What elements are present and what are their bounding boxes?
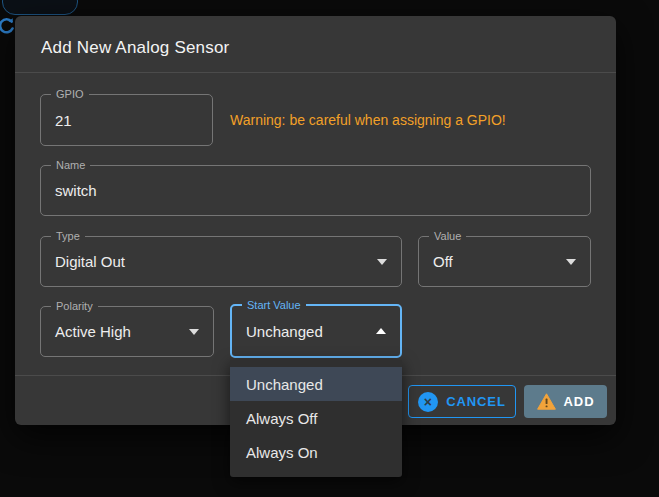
start-value-label: Start Value: [242, 299, 306, 312]
gpio-warning-text: Warning: be careful when assigning a GPI…: [230, 112, 590, 128]
gpio-label: GPIO: [51, 88, 89, 101]
warning-triangle-icon: [537, 393, 556, 410]
type-label: Type: [51, 230, 85, 243]
value-value: Off: [433, 253, 453, 270]
screen: Add New Analog Sensor GPIO 21 Warning: b…: [0, 0, 659, 497]
polarity-select[interactable]: Polarity Active High: [40, 306, 214, 357]
header-divider: [15, 72, 616, 73]
dialog-title: Add New Analog Sensor: [41, 38, 230, 58]
cancel-button-label: CANCEL: [446, 394, 506, 409]
chevron-up-icon: [376, 328, 386, 334]
start-value-menu: Unchanged Always Off Always On: [230, 360, 402, 477]
chevron-down-icon: [377, 259, 387, 265]
menu-item-always-on[interactable]: Always On: [230, 435, 402, 469]
menu-item-always-off[interactable]: Always Off: [230, 401, 402, 435]
gpio-input[interactable]: GPIO 21: [40, 94, 213, 146]
menu-item-unchanged[interactable]: Unchanged: [230, 367, 402, 401]
gpio-value: 21: [55, 112, 72, 129]
type-value: Digital Out: [55, 253, 125, 270]
name-label: Name: [51, 159, 90, 172]
name-value: switch: [55, 182, 97, 199]
name-input[interactable]: Name switch: [40, 165, 591, 216]
polarity-value: Active High: [55, 323, 131, 340]
value-label: Value: [429, 230, 466, 243]
start-value-value: Unchanged: [246, 323, 323, 340]
chevron-down-icon: [566, 259, 576, 265]
cancel-circle-icon: ×: [418, 392, 438, 412]
polarity-label: Polarity: [51, 300, 98, 313]
add-button-label: ADD: [564, 394, 595, 409]
type-select[interactable]: Type Digital Out: [40, 236, 402, 287]
start-value-select[interactable]: Start Value Unchanged: [230, 304, 402, 358]
chevron-down-icon: [189, 329, 199, 335]
value-select[interactable]: Value Off: [418, 236, 591, 287]
background-outlined-button[interactable]: [2, 0, 78, 15]
cancel-button[interactable]: × CANCEL: [408, 385, 516, 418]
refresh-icon[interactable]: [0, 16, 15, 36]
add-button[interactable]: ADD: [524, 385, 607, 418]
